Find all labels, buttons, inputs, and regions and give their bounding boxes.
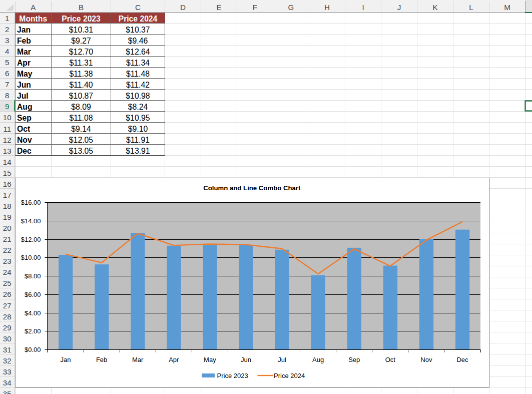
svg-text:35: 35 — [3, 389, 12, 394]
svg-text:A: A — [31, 3, 36, 12]
svg-text:$4.00: $4.00 — [25, 309, 41, 317]
svg-text:$12.70: $12.70 — [69, 48, 94, 56]
svg-text:Apr: Apr — [169, 356, 179, 363]
svg-text:Price 2024: Price 2024 — [119, 15, 158, 23]
svg-text:1: 1 — [5, 14, 9, 23]
svg-text:$2.00: $2.00 — [25, 327, 41, 335]
svg-text:24: 24 — [3, 268, 12, 276]
svg-text:21: 21 — [3, 235, 12, 243]
svg-text:$8.24: $8.24 — [128, 103, 148, 111]
svg-text:Jul: Jul — [278, 356, 286, 363]
svg-text:Mar: Mar — [17, 48, 31, 56]
svg-text:3: 3 — [5, 36, 9, 45]
svg-text:$9.14: $9.14 — [71, 125, 91, 133]
svg-text:Price 2023: Price 2023 — [62, 15, 101, 23]
svg-text:$9.27: $9.27 — [71, 37, 91, 45]
svg-text:$10.87: $10.87 — [69, 92, 93, 100]
svg-text:C: C — [135, 3, 141, 12]
svg-text:$11.31: $11.31 — [69, 59, 93, 67]
svg-text:17: 17 — [3, 191, 12, 199]
svg-text:$8.00: $8.00 — [25, 272, 41, 280]
svg-text:May: May — [204, 356, 216, 363]
svg-text:L: L — [469, 3, 473, 12]
svg-text:27: 27 — [3, 301, 12, 310]
svg-text:E: E — [216, 3, 221, 12]
svg-text:30: 30 — [3, 334, 12, 343]
svg-text:9: 9 — [5, 102, 9, 111]
svg-text:Sep: Sep — [348, 356, 360, 363]
svg-text:F: F — [253, 3, 257, 12]
svg-text:25: 25 — [3, 279, 12, 287]
svg-text:Dec: Dec — [17, 147, 32, 155]
svg-text:$10.37: $10.37 — [126, 26, 150, 34]
svg-text:$11.38: $11.38 — [69, 70, 93, 78]
svg-text:I: I — [362, 3, 364, 12]
svg-text:Aug: Aug — [312, 356, 324, 363]
svg-text:B: B — [79, 3, 84, 12]
svg-text:G: G — [288, 3, 294, 12]
svg-text:M: M — [504, 3, 510, 12]
svg-text:32: 32 — [3, 356, 12, 365]
svg-text:$13.05: $13.05 — [69, 147, 94, 155]
svg-text:$0.00: $0.00 — [25, 346, 41, 353]
svg-text:Oct: Oct — [385, 356, 396, 363]
svg-text:33: 33 — [3, 367, 12, 376]
svg-text:Price 2024: Price 2024 — [274, 372, 305, 379]
svg-text:Oct: Oct — [17, 125, 31, 133]
svg-text:$11.40: $11.40 — [69, 81, 93, 89]
svg-text:Column and Line Combo Chart: Column and Line Combo Chart — [203, 184, 301, 192]
svg-text:$11.34: $11.34 — [126, 59, 150, 67]
svg-text:5: 5 — [5, 58, 9, 67]
svg-text:Dec: Dec — [456, 356, 468, 363]
svg-text:31: 31 — [3, 345, 12, 354]
svg-text:20: 20 — [3, 224, 12, 232]
svg-text:Nov: Nov — [420, 356, 432, 363]
svg-text:Jan: Jan — [17, 26, 31, 34]
svg-text:Apr: Apr — [17, 59, 31, 67]
svg-text:23: 23 — [3, 257, 12, 265]
svg-text:$16.00: $16.00 — [21, 199, 41, 206]
svg-text:13: 13 — [3, 147, 12, 155]
svg-text:28: 28 — [3, 312, 12, 321]
svg-text:Jun: Jun — [241, 356, 251, 363]
svg-text:$9.10: $9.10 — [128, 125, 148, 133]
svg-text:Feb: Feb — [17, 37, 31, 45]
svg-text:Months: Months — [19, 15, 47, 23]
svg-text:$8.09: $8.09 — [71, 103, 91, 111]
svg-text:May: May — [17, 70, 33, 78]
svg-text:$6.00: $6.00 — [25, 291, 41, 298]
svg-text:10: 10 — [3, 113, 12, 122]
svg-text:$9.46: $9.46 — [128, 37, 148, 45]
svg-text:J: J — [397, 3, 401, 12]
svg-text:$10.00: $10.00 — [21, 254, 41, 261]
svg-text:6: 6 — [5, 69, 9, 78]
svg-text:Jun: Jun — [17, 81, 31, 89]
svg-text:7: 7 — [5, 80, 9, 89]
svg-text:$11.42: $11.42 — [126, 81, 150, 89]
svg-text:18: 18 — [3, 202, 12, 210]
svg-text:$14.00: $14.00 — [21, 217, 41, 225]
svg-text:Feb: Feb — [96, 356, 107, 363]
svg-text:15: 15 — [3, 169, 12, 177]
svg-text:22: 22 — [3, 246, 12, 254]
svg-text:$13.91: $13.91 — [126, 147, 150, 155]
svg-text:$11.48: $11.48 — [126, 70, 150, 78]
svg-text:26: 26 — [3, 290, 12, 298]
svg-text:Mar: Mar — [132, 356, 144, 363]
svg-text:$11.91: $11.91 — [126, 136, 150, 144]
svg-text:29: 29 — [3, 323, 12, 332]
svg-text:K: K — [432, 3, 437, 12]
svg-text:19: 19 — [3, 213, 12, 221]
svg-text:H: H — [324, 3, 330, 12]
svg-text:$12.64: $12.64 — [126, 48, 150, 56]
svg-text:14: 14 — [3, 158, 12, 166]
svg-text:8: 8 — [5, 91, 9, 100]
svg-text:34: 34 — [3, 378, 12, 387]
svg-text:Jul: Jul — [17, 92, 29, 100]
svg-text:12: 12 — [3, 136, 12, 144]
svg-text:Aug: Aug — [17, 103, 33, 111]
svg-text:$10.95: $10.95 — [126, 114, 150, 122]
svg-text:11: 11 — [3, 125, 11, 133]
svg-text:4: 4 — [5, 47, 9, 56]
svg-text:$10.98: $10.98 — [126, 92, 150, 100]
